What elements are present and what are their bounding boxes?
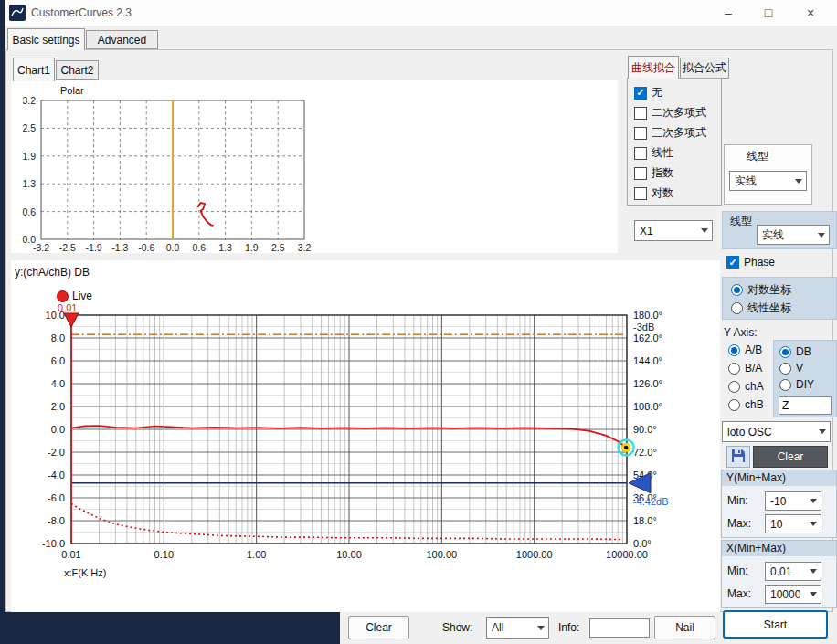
coordinate-box: 对数坐标 线性坐标 [722,277,837,320]
checkbox-icon [634,187,647,200]
x-range-title: X(Min+Max) [722,541,836,556]
chevron-down-icon [818,233,825,238]
fit-option-linear[interactable]: 线性 [634,145,673,161]
svg-text:-4.42dB: -4.42dB [633,496,669,507]
radio-db[interactable]: DB [779,345,811,358]
fit-tab-formula[interactable]: 拟合公式 [680,58,729,79]
svg-text:-10.0: -10.0 [42,538,65,549]
y-range-title: Y(Min+Max) [722,470,836,486]
fit-option-none[interactable]: ✓ 无 [634,85,662,100]
app-icon [9,5,26,24]
y-max-select[interactable]: 10 [765,514,821,533]
svg-text:10000.00: 10000.00 [606,549,648,560]
nail-button[interactable]: Nail [654,616,715,639]
svg-text:3.2: 3.2 [298,242,312,253]
svg-text:0.0: 0.0 [166,242,180,253]
radio-icon [779,379,791,391]
chevron-down-icon [537,626,545,630]
phase-label: Phase [744,256,775,269]
radio-b-over-a[interactable]: B/A [728,362,762,375]
svg-text:2.5: 2.5 [22,122,36,133]
x-max-select[interactable]: 10000 [765,585,821,604]
checkbox-icon [634,127,647,140]
chevron-down-icon [701,228,708,233]
x-min-label: Min: [727,565,748,577]
radio-cha[interactable]: chA [728,380,764,393]
svg-text:0.10: 0.10 [154,549,174,560]
save-button[interactable] [726,446,750,468]
chevron-down-icon [810,592,817,596]
radio-icon [728,381,740,393]
svg-text:-8.0: -8.0 [48,515,65,526]
radio-v[interactable]: V [779,362,803,375]
svg-text:2.0: 2.0 [51,401,65,412]
mode-select[interactable]: loto OSC [722,421,831,442]
svg-text:0.6: 0.6 [192,242,206,253]
chevron-down-icon [810,522,817,526]
fit-option-cubic[interactable]: 三次多项式 [634,125,706,141]
x-series-select[interactable]: X1 [634,220,713,241]
panel-clear-button[interactable]: Clear [753,446,828,468]
svg-text:-2.5: -2.5 [59,242,76,253]
svg-text:10.0: 10.0 [46,310,65,321]
info-label: Info: [558,621,579,634]
svg-text:126.0°: 126.0° [633,378,662,389]
svg-text:-4.0: -4.0 [48,470,65,480]
close-button[interactable]: × [790,0,831,26]
checkbox-icon [634,167,647,180]
fit-option-quadratic[interactable]: 二次多项式 [634,105,706,121]
radio-a-over-b[interactable]: A/B [728,343,762,356]
tab-chart2[interactable]: Chart2 [56,60,99,80]
svg-text:-0.6: -0.6 [138,242,154,253]
diy-input[interactable] [779,396,832,415]
svg-text:-1.3: -1.3 [111,242,128,253]
floppy-disk-icon [731,449,746,466]
show-label: Show: [442,621,472,634]
line-type-box: 线型 实线 [722,211,837,249]
y-min-select[interactable]: -10 [765,491,821,511]
radio-linear-coordinates[interactable]: 线性坐标 [731,301,791,316]
start-button[interactable]: Start [723,610,828,639]
x-axis-title: x:F(K Hz) [64,567,106,578]
maximize-button[interactable]: □ [748,0,789,26]
radio-selected-icon [779,346,791,358]
bode-chart[interactable]: 10.0180.0°8.0162.0°6.0144.0°4.0126.0°2.0… [11,260,720,612]
line-type-label: 线型 [730,214,752,229]
svg-text:4.0: 4.0 [51,378,65,389]
svg-text:1.9: 1.9 [22,151,36,162]
checkbox-checked-icon: ✓ [726,256,739,269]
svg-text:162.0°: 162.0° [633,333,662,343]
radio-log-coordinates[interactable]: 对数坐标 [731,282,791,298]
radio-chb[interactable]: chB [728,398,764,411]
line-type-select[interactable]: 实线 [757,225,830,245]
svg-text:100.00: 100.00 [427,549,458,560]
live-cursor-handle[interactable] [64,313,79,327]
radio-diy[interactable]: DIY [779,378,814,391]
tab-advanced[interactable]: Advanced [86,30,158,49]
polar-curve [197,203,214,226]
svg-text:6.0: 6.0 [51,355,65,366]
fit-option-logarithm[interactable]: 对数 [634,185,673,201]
tab-basic-settings[interactable]: Basic settings [7,28,85,50]
minimize-button[interactable]: – [708,0,748,26]
radio-icon [779,363,791,375]
tab-chart1[interactable]: Chart1 [13,58,55,81]
svg-text:0.0: 0.0 [51,424,65,435]
chevron-down-icon [810,569,817,574]
fit-option-exponential[interactable]: 指数 [634,165,673,181]
clear-button[interactable]: Clear [348,616,409,639]
info-input[interactable] [589,618,650,638]
svg-text:8.0: 8.0 [51,333,65,343]
chevron-down-icon [810,499,817,503]
svg-text:-1.9: -1.9 [86,242,102,253]
phase-checkbox[interactable]: ✓ Phase [726,256,775,269]
fit-tab-curve-fitting[interactable]: 曲线拟合 [628,56,679,79]
show-select[interactable]: All [486,617,549,639]
checkbox-checked-icon: ✓ [634,87,647,100]
y-max-label: Max: [727,517,751,530]
fit-line-type-select[interactable]: 实线 [729,171,807,191]
x-min-select[interactable]: 0.01 [765,562,821,581]
svg-text:108.0°: 108.0° [633,401,662,412]
chevron-down-icon [819,429,826,434]
svg-text:3.2: 3.2 [22,95,36,106]
